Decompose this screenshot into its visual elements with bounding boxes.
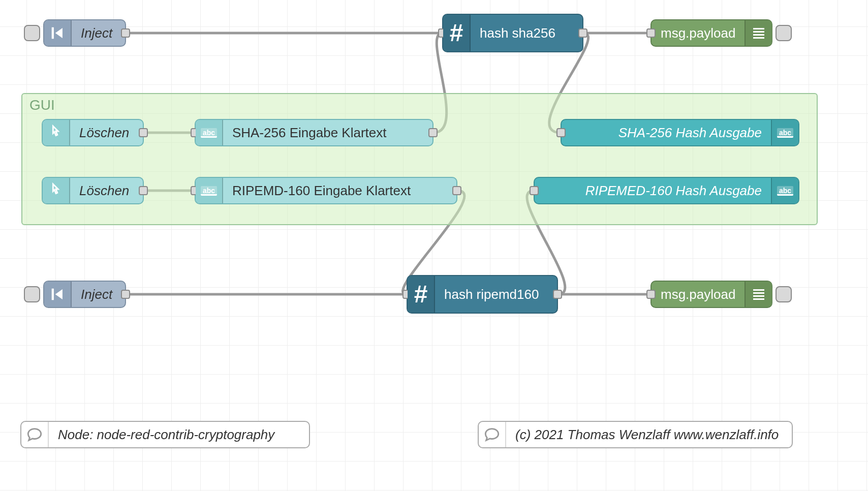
node-ui-textinput-sha256[interactable]: abc SHA-256 Eingabe Klartext	[195, 119, 433, 146]
node-label: Löschen	[70, 183, 143, 199]
port-in[interactable]	[556, 128, 566, 137]
node-label: RIPEMED-160 Hash Ausgabe	[535, 183, 771, 199]
debug-bars-icon	[745, 282, 772, 307]
comment-text: Node: node-red-contrib-cryptography	[49, 427, 309, 443]
node-ui-textoutput-sha256[interactable]: SHA-256 Hash Ausgabe abc	[561, 119, 799, 146]
node-label: Löschen	[70, 125, 143, 141]
node-debug-2[interactable]: msg.payload	[650, 281, 772, 308]
group-label: GUI	[29, 97, 55, 113]
port-out[interactable]	[553, 290, 562, 299]
port-in[interactable]	[646, 28, 656, 38]
node-ui-textinput-ripemd160[interactable]: abc RIPEMD-160 Eingabe Klartext	[195, 177, 457, 204]
comment-icon	[479, 422, 506, 447]
abc-icon: abc	[196, 120, 223, 145]
node-label: hash ripemd160	[435, 287, 557, 302]
node-label: msg.payload	[652, 287, 745, 302]
node-hash-sha256[interactable]: # hash sha256	[442, 14, 583, 52]
comment-node-package[interactable]: Node: node-red-contrib-cryptography	[20, 421, 310, 448]
node-inject-2[interactable]: Inject	[43, 281, 126, 308]
pointer-icon	[43, 178, 70, 203]
abc-icon: abc	[771, 178, 798, 203]
port-out[interactable]	[452, 186, 461, 195]
comment-icon	[21, 422, 49, 447]
editor-grid	[0, 0, 868, 491]
node-ui-button-loeschen-1[interactable]: Löschen	[42, 119, 144, 146]
debug-bars-icon	[745, 20, 772, 46]
node-label: SHA-256 Eingabe Klartext	[223, 125, 432, 141]
node-label: Inject	[72, 25, 125, 41]
node-inject-1[interactable]: Inject	[43, 19, 126, 47]
node-label: msg.payload	[652, 25, 745, 41]
group-gui[interactable]: GUI	[21, 93, 818, 225]
inject-trigger-button[interactable]	[24, 25, 40, 41]
port-out[interactable]	[428, 128, 438, 137]
inject-arrow-icon	[44, 20, 72, 46]
port-out[interactable]	[139, 186, 148, 195]
inject-arrow-icon	[44, 282, 72, 307]
node-ui-button-loeschen-2[interactable]: Löschen	[42, 177, 144, 204]
node-label: Inject	[72, 287, 125, 302]
debug-toggle-button[interactable]	[776, 286, 792, 302]
node-label: SHA-256 Hash Ausgabe	[562, 125, 771, 141]
hash-icon: #	[408, 276, 435, 313]
node-label: hash sha256	[471, 25, 582, 41]
debug-toggle-button[interactable]	[776, 25, 792, 41]
inject-trigger-button[interactable]	[24, 286, 40, 302]
hash-icon: #	[443, 15, 471, 51]
abc-icon: abc	[196, 178, 223, 203]
port-out[interactable]	[121, 28, 130, 38]
node-label: RIPEMD-160 Eingabe Klartext	[223, 183, 456, 199]
port-in[interactable]	[646, 290, 656, 299]
node-hash-ripemd160[interactable]: # hash ripemd160	[407, 275, 558, 314]
port-out[interactable]	[139, 128, 148, 137]
abc-icon: abc	[771, 120, 798, 145]
node-debug-1[interactable]: msg.payload	[650, 19, 772, 47]
node-ui-textoutput-ripemd160[interactable]: RIPEMED-160 Hash Ausgabe abc	[534, 177, 799, 204]
port-in[interactable]	[530, 186, 539, 195]
comment-text: (c) 2021 Thomas Wenzlaff www.wenzlaff.in…	[506, 427, 792, 443]
port-out[interactable]	[121, 290, 130, 299]
comment-copyright[interactable]: (c) 2021 Thomas Wenzlaff www.wenzlaff.in…	[478, 421, 793, 448]
port-out[interactable]	[578, 28, 587, 38]
pointer-icon	[43, 120, 70, 145]
